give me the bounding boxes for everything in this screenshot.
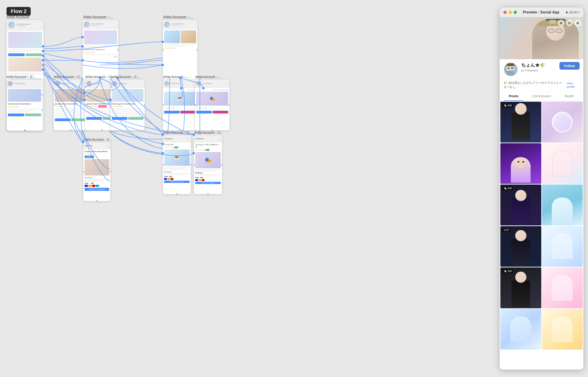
- node-label-6: Artist Account – C...: [85, 75, 114, 79]
- flow-badge: Flow 2: [7, 7, 31, 16]
- grid-badge-9: 🏷️ 999: [502, 269, 513, 273]
- view-profile-link[interactable]: View profile: [567, 82, 580, 88]
- node-label-10: Artist Account – C...: [84, 137, 112, 141]
- node-label-7: Artist Account – C...: [111, 75, 139, 79]
- node-label-9: Artist Account – ...: [195, 75, 222, 79]
- node-label-5: Artist Account – C...: [54, 75, 83, 79]
- filter-icon-1[interactable]: ⊞: [558, 20, 564, 26]
- tab-booth-label: Booth: [565, 94, 574, 98]
- grid-cell-12[interactable]: [542, 309, 583, 350]
- flow-card-2[interactable]: Kawaii Anime Illustrations ★★★★★ 44 $25: [83, 20, 119, 80]
- grid-badge-5: 🏷️ 999: [502, 186, 513, 190]
- preview-titlebar: Preview : Social App ⏺ 00:00 ▾: [500, 7, 583, 17]
- grid-cell-8[interactable]: [542, 226, 583, 267]
- tab-commission-label: Commission: [532, 94, 551, 98]
- grid-cell-9[interactable]: 🏷️ 999: [500, 267, 541, 308]
- node-label-2: Artist Account – ...: [83, 15, 113, 19]
- profile-bio: 🌾 会社員をしながらフリーのイラストレーターをし... View profile: [500, 79, 583, 91]
- avatar: [503, 62, 518, 77]
- flow-card-7[interactable]: ↓ ↑ Kawaii Anime Illustrations ★★★★★ 34: [110, 79, 145, 130]
- grid-badge-7: 1107: [502, 228, 511, 232]
- node-label-8: Artist Account – ...: [163, 75, 189, 79]
- traffic-light-green[interactable]: [514, 11, 517, 14]
- follow-button[interactable]: Follow: [559, 62, 580, 70]
- time-dropdown-icon[interactable]: ▾: [578, 11, 580, 14]
- tab-booth[interactable]: Booth: [555, 91, 583, 101]
- flow-card-3[interactable]: ★★★★★ 44: [163, 20, 198, 80]
- hero-banner: ⊞ ⊟ ⊞ 0.3: [500, 17, 583, 59]
- node-label-3: Artist Account – ...: [163, 15, 193, 19]
- grid-cell-7[interactable]: 1107: [500, 226, 541, 267]
- preview-time: ⏺ 00:00 ▾: [565, 11, 580, 14]
- flow-card-10[interactable]: Services ↓ ↑ Kawaii Anime Illustrations …: [83, 142, 111, 201]
- banner-icons: ⊞ ⊟ ⊞: [558, 20, 581, 26]
- tab-posts-label: Posts: [509, 94, 518, 98]
- time-value: 00:00: [569, 11, 577, 14]
- profile-section: ちょん★🌾 82 Followers Follow: [500, 59, 583, 79]
- traffic-light-yellow[interactable]: [509, 11, 512, 14]
- grid-cell-4[interactable]: [542, 143, 583, 184]
- avatar-wrap: [503, 62, 518, 77]
- flow-card-11[interactable]: Products ↓ ↑ アイスマグ ★★★★★ 44 best ☕ Summa…: [163, 135, 191, 194]
- traffic-light-red[interactable]: [503, 11, 507, 14]
- filter-icon-2[interactable]: ⊟: [566, 20, 573, 26]
- flow-canvas[interactable]: Flow 2: [0, 0, 442, 377]
- node-label-12: Artist Account – C...: [194, 130, 223, 135]
- grid-cell-10[interactable]: [542, 267, 583, 308]
- flow-card-4[interactable]: Kawaii Anime Illustrations ★★★★★ 34: [7, 79, 43, 130]
- flow-card-12[interactable]: Products ↓ ↑ アクリルフィギュア缶キャップ ★★★★★ 44 bes…: [194, 135, 222, 194]
- profile-followers: 82 Followers: [521, 69, 557, 72]
- node-label-4: Artist Account – D...: [7, 75, 35, 79]
- grid-cell-6[interactable]: [542, 185, 583, 225]
- grid-badge-1: 🏷️ 999: [502, 104, 513, 107]
- grid-cell-11[interactable]: [500, 309, 541, 350]
- preview-panel: Preview : Social App ⏺ 00:00 ▾: [500, 7, 583, 370]
- grid-cell-5[interactable]: 🏷️ 999: [500, 185, 541, 225]
- tabs-row: Posts Commission Booth: [500, 91, 583, 101]
- score-value: 0.3: [550, 20, 555, 24]
- profile-name: ちょん★🌾: [521, 62, 557, 68]
- filter-icon-3[interactable]: ⊞: [575, 20, 581, 26]
- tab-posts[interactable]: Posts: [500, 91, 527, 101]
- preview-title: Preview : Social App: [519, 10, 563, 14]
- tab-commission[interactable]: Commission: [527, 91, 555, 101]
- preview-body[interactable]: ⊞ ⊟ ⊞ 0.3: [500, 17, 583, 370]
- grid-cell-1[interactable]: 🏷️ 999: [500, 102, 541, 142]
- flow-card-8[interactable]: ↓ ↑ アイスマグ ☕ ★★★★★ 44: [163, 79, 197, 130]
- node-label-11: Artist Account – C...: [163, 130, 192, 135]
- flow-card-9[interactable]: ↓ ↑ アクリルフィギュア缶 🎭 ★★★★★ 44: [195, 79, 230, 130]
- profile-info: ちょん★🌾 82 Followers: [521, 62, 557, 72]
- flow-label: Flow 2: [11, 8, 26, 14]
- grid-cell-3[interactable]: [500, 143, 541, 184]
- flow-card-5[interactable]: ↓ ↑ Kawaii Anime Illustrations ★★★★★ 34: [53, 79, 88, 130]
- grid-cell-2[interactable]: [542, 102, 583, 142]
- bio-text: 🌾 会社員をしながらフリーのイラストレーターをし...: [503, 81, 565, 89]
- image-grid: 🏷️ 999: [500, 101, 583, 350]
